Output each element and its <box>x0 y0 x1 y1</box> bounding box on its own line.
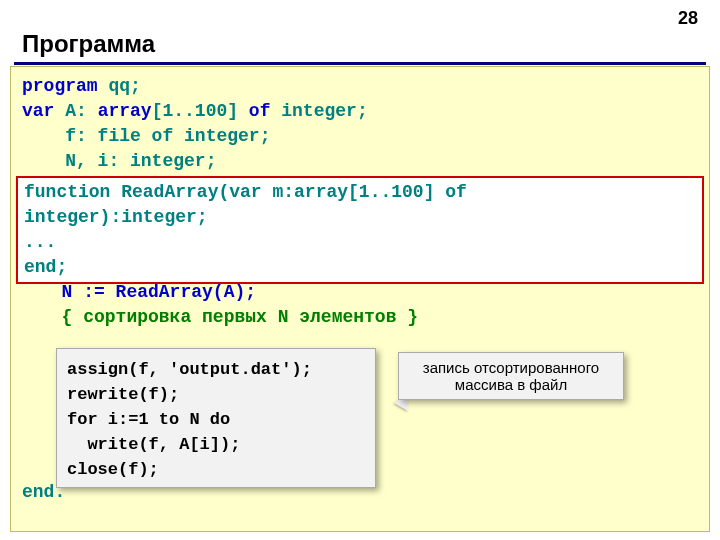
g2: rewrite(f); <box>67 382 365 407</box>
kw-var: var <box>22 101 54 121</box>
kw-of: of <box>249 101 271 121</box>
g1: assign(f, 'output.dat'); <box>67 357 365 382</box>
page-number: 28 <box>678 8 698 29</box>
func-line4: end; <box>24 255 696 280</box>
g3: for i:=1 to N do <box>67 407 365 432</box>
callout-box: запись отсортированного массива в файл <box>398 352 624 400</box>
function-box: function ReadArray(var m:array[1..100] o… <box>16 176 704 284</box>
decl-f: f: file of integer; <box>22 126 270 146</box>
code-block-declarations: program qq; var A: array[1..100] of inte… <box>22 74 368 174</box>
call-line: N := ReadArray(A); <box>40 282 256 302</box>
txt: qq; <box>98 76 141 96</box>
page-title: Программа <box>22 30 155 58</box>
g5: close(f); <box>67 457 365 482</box>
end-line: end. <box>22 480 65 505</box>
comment-line: { сортировка первых N элементов } <box>40 307 418 327</box>
callout-line1: запись отсортированного <box>407 359 615 376</box>
kw-program: program <box>22 76 98 96</box>
txt: A: <box>54 101 97 121</box>
txt: integer; <box>270 101 367 121</box>
callout-line2: массива в файл <box>407 376 615 393</box>
txt: [1..100] <box>152 101 249 121</box>
decl-ni: N, i: integer; <box>22 151 216 171</box>
kw-array: array <box>98 101 152 121</box>
file-write-box: assign(f, 'output.dat'); rewrite(f); for… <box>56 348 376 488</box>
func-line2: integer):integer; <box>24 205 696 230</box>
code-block-call: N := ReadArray(A); { сортировка первых N… <box>40 280 418 330</box>
func-line1: function ReadArray(var m:array[1..100] o… <box>24 180 696 205</box>
func-line3: ... <box>24 230 696 255</box>
g4: write(f, A[i]); <box>67 432 365 457</box>
title-rule <box>14 62 706 65</box>
